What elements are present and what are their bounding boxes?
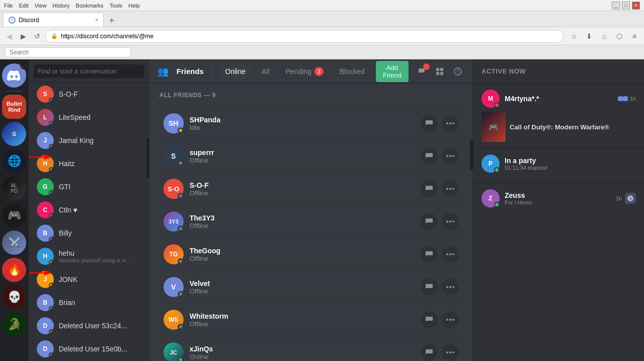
dm-search-input[interactable]: [34, 64, 144, 78]
refresh-button[interactable]: ↺: [31, 30, 43, 42]
add-friend-button[interactable]: Add Friend: [376, 61, 409, 82]
tab-pending[interactable]: Pending 3: [281, 65, 329, 78]
server-icon-2[interactable]: G: [2, 122, 26, 146]
dm-item-deleted2[interactable]: D Deleted User 15e0b...: [32, 337, 146, 360]
friend-item-superrr[interactable]: S superrr Offline: [159, 139, 463, 172]
dm-item-haitz[interactable]: H Haitz: [32, 152, 146, 175]
home-button[interactable]: 3: [2, 63, 26, 88]
friend-status-shpanda: Idle: [190, 124, 421, 131]
dm-avatar-billy: B: [37, 225, 54, 242]
help-button[interactable]: ?: [451, 64, 465, 79]
dm-item-brian[interactable]: B Brian: [32, 291, 146, 314]
address-bar[interactable]: 🔒: [45, 30, 564, 43]
tab-all[interactable]: All: [257, 65, 275, 78]
dm-item-hehu[interactable]: H hehu describe yourself using a vi...: [32, 245, 146, 268]
forward-button[interactable]: ▶: [17, 30, 29, 42]
status-dot-whitestorm: [178, 324, 184, 330]
bookmark-button[interactable]: ☆: [568, 30, 581, 43]
friend-item-xjinqs[interactable]: JC xJinQs Online: [159, 336, 463, 361]
url-input[interactable]: [61, 33, 558, 40]
browser-menubar: File Edit View History Bookmarks Tools H…: [0, 0, 644, 11]
menu-bookmarks[interactable]: Bookmarks: [76, 3, 104, 9]
friend-item-sof[interactable]: S-O S-O-F Offline: [159, 172, 463, 205]
more-velvet-button[interactable]: [442, 278, 459, 296]
more-shpanda-button[interactable]: [442, 115, 459, 132]
dm-item-jamalking[interactable]: J Jamal King: [32, 129, 146, 152]
message-superrr-button[interactable]: [421, 148, 438, 165]
server-icon-9[interactable]: 🐊: [2, 312, 26, 336]
server-icon-7[interactable]: 🔥: [2, 258, 26, 282]
message-the3y3-button[interactable]: [421, 213, 438, 230]
friend-actions-xjinqs: [421, 344, 459, 361]
server-icon-4[interactable]: ALPD: [2, 176, 26, 200]
dm-avatar-brian: B: [37, 294, 54, 311]
more-sof2-button[interactable]: [442, 180, 459, 197]
back-button[interactable]: ◀: [3, 30, 15, 42]
menu-view[interactable]: View: [35, 3, 47, 9]
dm-item-ctln[interactable]: C Ctln ♥: [32, 198, 146, 222]
dm-avatar-litespeed: L: [37, 109, 54, 126]
friend-item-the3y3[interactable]: 3Y3 The3Y3 Offline: [159, 205, 463, 238]
dm-item-gti[interactable]: G GTI: [32, 175, 146, 198]
status-deleted2: [49, 352, 54, 357]
friend-avatar-superrr: S: [164, 146, 184, 166]
dm-sub-hehu: describe yourself using a vi...: [59, 257, 141, 263]
svg-point-24: [449, 253, 451, 255]
more-the3y3-button[interactable]: [442, 213, 459, 230]
find-input[interactable]: [5, 47, 131, 57]
new-group-dm-button[interactable]: [415, 64, 429, 79]
svg-point-34: [452, 351, 454, 353]
friend-item-thegoog[interactable]: TG TheGoog Offline: [159, 238, 463, 270]
server-icon-1[interactable]: BulletRind: [2, 95, 26, 119]
friend-item-shpanda[interactable]: SH SHPanda Idle: [159, 107, 463, 139]
message-shpanda-button[interactable]: [421, 115, 438, 132]
tab-blocked[interactable]: Blocked: [335, 65, 370, 78]
server-icon-6[interactable]: ⚔️: [2, 231, 26, 255]
friend-item-whitestorm[interactable]: WS Whitestorm Offline: [159, 303, 463, 336]
menu-history[interactable]: History: [52, 3, 69, 9]
dm-item-sof[interactable]: S S-O-F: [32, 83, 146, 106]
more-whitestorm-button[interactable]: [442, 311, 459, 328]
message-whitestorm-button[interactable]: [421, 311, 438, 328]
message-sof2-button[interactable]: [421, 180, 438, 197]
dm-item-jonk[interactable]: J JONK: [32, 268, 146, 291]
more-xjinqs-button[interactable]: [442, 344, 459, 361]
active-now-sidebar: ACTIVE NOW M M4rtyna*.* 1h 🎮 Call: [473, 59, 644, 361]
dm-item-deleted1[interactable]: D Deleted User 53c24...: [32, 314, 146, 337]
friend-item-velvet[interactable]: V Velvet Offline: [159, 270, 463, 303]
download-button[interactable]: ⬇: [583, 30, 596, 43]
tab-online[interactable]: Online: [220, 65, 251, 78]
active-name-party: In a party: [505, 157, 636, 165]
status-dot-thegoog: [178, 258, 184, 264]
dm-item-litespeed[interactable]: L LiteSpeed: [32, 106, 146, 129]
menu-button[interactable]: ≡: [628, 30, 641, 43]
server-divider: [6, 91, 22, 92]
home-button[interactable]: ⌂: [598, 30, 611, 43]
message-xjinqs-button[interactable]: [421, 344, 438, 361]
new-tab-button[interactable]: +: [106, 15, 118, 27]
more-thegoog-button[interactable]: [442, 246, 459, 263]
dm-item-billy[interactable]: B Billy: [32, 222, 146, 245]
status-deleted1: [49, 329, 54, 334]
message-velvet-button[interactable]: [421, 278, 438, 296]
active-tab[interactable]: Discord ×: [3, 13, 104, 27]
server-icon-5[interactable]: 🎮: [2, 203, 26, 228]
tab-close-button[interactable]: ×: [95, 17, 98, 23]
header-divider: [212, 65, 212, 78]
layout-toggle-button[interactable]: [433, 64, 447, 79]
menu-tools[interactable]: Tools: [110, 3, 123, 9]
menu-file[interactable]: File: [4, 3, 13, 9]
message-thegoog-button[interactable]: [421, 246, 438, 263]
svg-rect-8: [440, 72, 443, 75]
server-icon-8[interactable]: 💀: [2, 285, 26, 309]
svg-rect-5: [436, 68, 439, 71]
more-superrr-button[interactable]: [442, 148, 459, 165]
server-icon-3[interactable]: 🌐: [2, 149, 26, 173]
friend-name-xjinqs: xJinQs: [190, 345, 421, 353]
win-close[interactable]: ✕: [632, 2, 640, 10]
menu-edit[interactable]: Edit: [19, 3, 29, 9]
menu-help[interactable]: Help: [128, 3, 140, 9]
pocket-button[interactable]: ⬡: [613, 30, 626, 43]
win-minimize[interactable]: _: [612, 2, 620, 10]
win-maximize[interactable]: □: [622, 2, 630, 10]
